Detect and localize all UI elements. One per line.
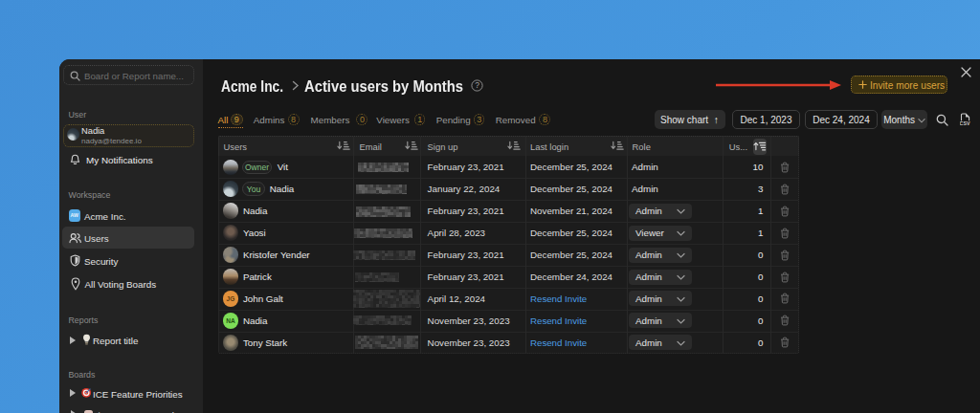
svg-text:CSV: CSV [960, 120, 970, 126]
svg-text:?: ? [475, 80, 479, 90]
